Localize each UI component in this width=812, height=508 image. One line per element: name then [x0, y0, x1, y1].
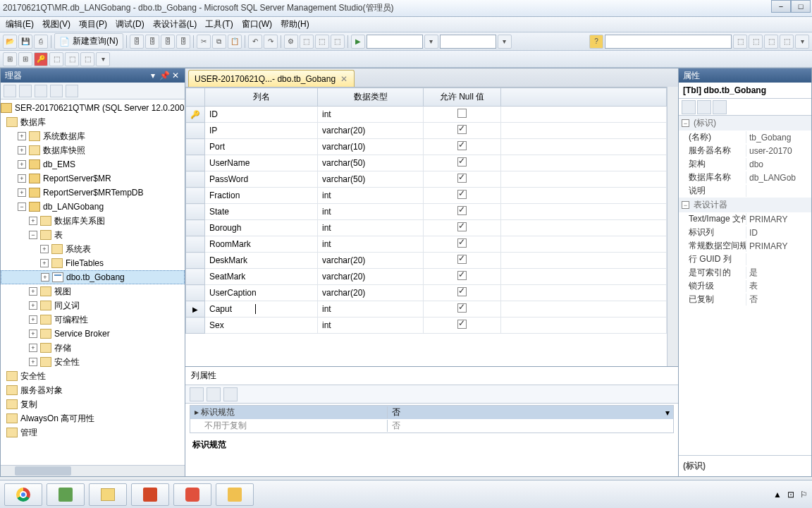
tb-a[interactable]: ⬚: [733, 35, 747, 49]
allownull-checkbox[interactable]: [457, 255, 467, 264]
system-tray[interactable]: ▲ ⊡ ⚐: [773, 490, 808, 500]
tree-rs1[interactable]: +ReportServer$MR: [1, 171, 185, 186]
tree-systables[interactable]: +系统表: [1, 242, 185, 256]
prop-pages-icon[interactable]: [713, 100, 727, 114]
tree-security2[interactable]: 安全性: [1, 369, 185, 383]
combo1[interactable]: [367, 35, 423, 49]
st4[interactable]: ⬚: [49, 52, 63, 66]
tree-prog[interactable]: +可编程性: [1, 313, 185, 327]
allownull-checkbox[interactable]: [457, 190, 467, 199]
column-row[interactable]: PassWordvarchar(50): [186, 171, 667, 188]
st5[interactable]: ⬚: [65, 52, 79, 66]
property-row[interactable]: 已复制否: [679, 293, 811, 306]
tree-security[interactable]: +安全性: [1, 355, 185, 369]
t2[interactable]: ⬚: [300, 35, 314, 49]
t3[interactable]: ⬚: [315, 35, 329, 49]
column-row[interactable]: SeatMarkvarchar(20): [186, 269, 667, 285]
tray-icon2[interactable]: ⊡: [787, 490, 794, 500]
tb-c[interactable]: ⬚: [764, 35, 778, 49]
column-row[interactable]: DeskMarkvarchar(20): [186, 253, 667, 269]
save-button[interactable]: 💾: [18, 35, 32, 49]
menu-table-designer[interactable]: 表设计器(L): [149, 17, 202, 32]
undo-button[interactable]: ↶: [248, 35, 262, 49]
menu-window[interactable]: 窗口(W): [238, 17, 276, 32]
properties-list[interactable]: −(标识) (名称)tb_Gobang服务器名称user-20170架构dbo数…: [679, 116, 811, 455]
prop-cat-icon[interactable]: [682, 100, 696, 114]
property-row[interactable]: (名称)tb_Gobang: [679, 131, 811, 144]
allownull-checkbox[interactable]: [457, 109, 467, 118]
st7[interactable]: ▾: [96, 52, 110, 66]
header-datatype[interactable]: 数据类型: [318, 88, 424, 107]
tray-icon3[interactable]: ⚐: [800, 490, 808, 500]
menu-view[interactable]: 视图(V): [38, 17, 75, 32]
cut-button[interactable]: ✂: [197, 35, 211, 49]
minimize-button[interactable]: −: [771, 0, 791, 13]
column-row[interactable]: Portvarchar(10): [186, 139, 667, 155]
tree-alwayson[interactable]: AlwaysOn 高可用性: [1, 411, 185, 425]
tb-e[interactable]: ▾: [795, 35, 809, 49]
tree-sysdb[interactable]: +系统数据库: [1, 129, 185, 143]
allownull-checkbox[interactable]: [457, 174, 467, 183]
allownull-checkbox[interactable]: [457, 157, 467, 167]
tab-tbgobang[interactable]: USER-20170621Q...- dbo.tb_Gobang ✕: [188, 70, 355, 87]
columns-grid[interactable]: 列名 数据类型 允许 Null 值 🔑IDintIPvarchar(20)Por…: [185, 87, 667, 366]
refresh-icon[interactable]: [19, 85, 32, 97]
property-row[interactable]: 说明: [679, 184, 811, 198]
open-button[interactable]: 📂: [3, 35, 17, 49]
menu-debug[interactable]: 调试(D): [111, 17, 149, 32]
column-row[interactable]: UserNamevarchar(50): [186, 155, 667, 171]
column-row[interactable]: Sexint: [186, 318, 667, 334]
paste-button[interactable]: 📋: [228, 35, 242, 49]
tree-langobang[interactable]: −db_LANGobang: [1, 200, 185, 214]
options-icon[interactable]: [66, 85, 78, 97]
t5[interactable]: ▾: [424, 35, 438, 49]
tree-storage[interactable]: +存储: [1, 341, 185, 355]
property-row[interactable]: 数据库名称db_LANGob: [679, 171, 811, 184]
taskbar-powerpoint[interactable]: [131, 483, 169, 506]
menu-tools[interactable]: 工具(T): [201, 17, 237, 32]
stop-icon[interactable]: [50, 85, 63, 97]
column-row[interactable]: IPvarchar(20): [186, 123, 667, 139]
tree-views[interactable]: +视图: [1, 284, 185, 298]
taskbar-chrome[interactable]: [4, 483, 42, 506]
object-explorer-tree[interactable]: SER-20170621QT\MR (SQL Server 12.0.200 数…: [1, 99, 185, 465]
property-row[interactable]: 锁升级表: [679, 279, 811, 293]
db-icon3[interactable]: 🗄: [161, 35, 175, 49]
new-query-button[interactable]: 📄 新建查询(N): [54, 33, 123, 49]
property-row[interactable]: 行 GUID 列: [679, 253, 811, 266]
menu-help[interactable]: 帮助(H): [276, 17, 314, 32]
colprop-identity-row[interactable]: ▸ 标识规范 否 ▾: [190, 406, 673, 419]
colprop-cat-button[interactable]: [190, 387, 204, 401]
allownull-checkbox[interactable]: [457, 125, 467, 134]
colprop-grid[interactable]: ▸ 标识规范 否 ▾ 不用于复制 否: [190, 405, 674, 433]
column-row[interactable]: ▶Caput int: [186, 301, 667, 318]
tree-serverobj[interactable]: 服务器对象: [1, 383, 185, 397]
panel-pin-icon[interactable]: 📌: [159, 71, 169, 80]
tree-repl[interactable]: 复制: [1, 397, 185, 411]
tree-syns[interactable]: +同义词: [1, 298, 185, 313]
redo-button[interactable]: ↷: [264, 35, 278, 49]
tab-close-icon[interactable]: ✕: [340, 75, 348, 83]
allownull-checkbox[interactable]: [457, 271, 467, 280]
allownull-checkbox[interactable]: [457, 222, 467, 231]
taskbar-app2[interactable]: [47, 483, 85, 506]
combo2[interactable]: [440, 35, 496, 49]
run-button[interactable]: ▶: [351, 35, 365, 49]
tb-b[interactable]: ⬚: [749, 35, 763, 49]
property-row[interactable]: 架构dbo: [679, 157, 811, 171]
copy-button[interactable]: ⧉: [212, 35, 226, 49]
t6[interactable]: ▾: [498, 35, 512, 49]
st2[interactable]: ⊞: [18, 52, 32, 66]
tb-d[interactable]: ⬚: [780, 35, 794, 49]
tree-mgmt[interactable]: 管理: [1, 425, 185, 440]
property-row[interactable]: 标识列ID: [679, 226, 811, 239]
colprop-az-button[interactable]: [207, 387, 221, 401]
tree-tables[interactable]: −表: [1, 228, 185, 242]
taskbar-explorer[interactable]: [89, 483, 127, 506]
allownull-checkbox[interactable]: [457, 303, 467, 313]
st3[interactable]: 🔑: [34, 52, 48, 66]
tree-diagrams[interactable]: +数据库关系图: [1, 214, 185, 228]
column-row[interactable]: RoomMarkint: [186, 236, 667, 253]
panel-dropdown-icon[interactable]: ▾: [148, 71, 158, 80]
t4[interactable]: ⬚: [331, 35, 345, 49]
